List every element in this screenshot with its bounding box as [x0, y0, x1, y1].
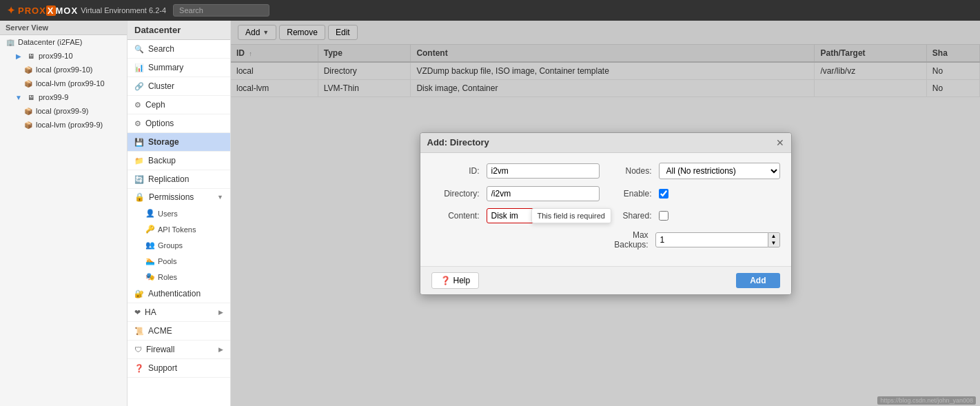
num-up-button[interactable]: ▲	[768, 233, 779, 240]
sidebar-item-local-9[interactable]: 📦 local (prox99-9)	[0, 104, 127, 118]
sidebar-item-acme[interactable]: 📜 ACME	[127, 322, 230, 341]
topbar: ✦ PROXXMOX Virtual Environment 6.2-4	[0, 0, 980, 21]
logo-icon: ✦	[7, 5, 15, 16]
help-button[interactable]: ❓ Help	[431, 272, 480, 289]
sidebar-item-replication[interactable]: 🔄 Replication	[127, 170, 230, 189]
content-area: Add ▼ Remove Edit ID ↑ Type	[231, 21, 980, 406]
nav-label-firewall: Firewall	[146, 345, 174, 354]
sidebar-item-support[interactable]: ❓ Support	[127, 359, 230, 378]
dialog-overlay: Add: Directory ✕ ID: Nodes:	[231, 21, 980, 406]
directory-label: Directory:	[431, 189, 480, 199]
num-down-button[interactable]: ▼	[768, 240, 779, 247]
nodes-label: Nodes:	[604, 166, 652, 176]
sidebar-item-permissions[interactable]: 🔒 Permissions ▼	[127, 189, 230, 205]
storage-icon-3: 📦	[23, 106, 33, 116]
max-backups-input[interactable]	[655, 232, 768, 247]
sidebar-item-storage[interactable]: 💾 Storage	[127, 133, 230, 152]
sidebar-item-local-lvm-10[interactable]: 📦 local-lvm (prox99-10	[0, 77, 127, 90]
permissions-icon: 🔒	[134, 192, 145, 202]
form-col-nodes: Nodes: All (No restrictions)	[604, 163, 780, 179]
max-backups-wrapper: ▲ ▼	[655, 232, 780, 247]
datacenter-icon: 🏢	[6, 37, 15, 47]
sidebar-item-ceph[interactable]: ⚙ Ceph	[127, 96, 230, 114]
num-arrows: ▲ ▼	[768, 232, 780, 247]
cluster-icon: 🔗	[134, 82, 144, 91]
groups-icon: 👥	[145, 241, 155, 250]
sidebar-label-local-lvm-10: local-lvm (prox99-10	[36, 79, 105, 88]
sidebar-item-api-tokens[interactable]: 🔑 API Tokens	[127, 221, 230, 237]
nodes-select[interactable]: All (No restrictions)	[659, 163, 780, 179]
storage-icon-2: 📦	[23, 79, 33, 88]
shared-checkbox[interactable]	[659, 211, 668, 221]
ha-icon: ❤	[134, 308, 141, 317]
nav-label-support: Support	[148, 363, 177, 373]
search-input[interactable]	[173, 4, 269, 17]
roles-icon: 🎭	[145, 272, 155, 281]
id-label: ID:	[431, 166, 480, 176]
sidebar-label-prox99-9: prox99-9	[39, 93, 68, 101]
sidebar-item-ha[interactable]: ❤ HA ▶	[127, 303, 230, 322]
directory-input[interactable]	[487, 186, 600, 201]
enable-label: Enable:	[604, 189, 652, 199]
options-icon: ⚙	[134, 119, 141, 128]
storage-icon-4: 📦	[23, 120, 33, 130]
pools-icon: 🏊	[145, 256, 155, 265]
sidebar-item-firewall[interactable]: 🛡 Firewall ▶	[127, 341, 230, 359]
dialog-add-button[interactable]: Add	[736, 273, 779, 288]
sidebar-item-options[interactable]: ⚙ Options	[127, 114, 230, 133]
dialog-close-button[interactable]: ✕	[776, 137, 784, 148]
enable-checkbox[interactable]	[659, 189, 668, 199]
sidebar-item-cluster[interactable]: 🔗 Cluster	[127, 77, 230, 96]
form-row-content-shared: Content: ⚠ This field is required Shared…	[431, 208, 780, 223]
permissions-expand-icon: ▼	[217, 194, 223, 201]
nav-label-options: Options	[145, 119, 174, 128]
nav-label-permissions: Permissions	[149, 192, 194, 202]
add-directory-dialog: Add: Directory ✕ ID: Nodes:	[420, 132, 792, 295]
help-label: Help	[453, 276, 471, 285]
content-label: Content:	[431, 211, 480, 221]
nav-label-acme: ACME	[148, 326, 172, 336]
sidebar-item-backup[interactable]: 📁 Backup	[127, 152, 230, 170]
nav-label-roles: Roles	[158, 273, 177, 281]
nav-label-users: Users	[158, 210, 178, 218]
nav-label-api-tokens: API Tokens	[158, 225, 196, 234]
sidebar-header: Server View	[0, 21, 127, 35]
sidebar-item-local-10[interactable]: 📦 local (prox99-10)	[0, 63, 127, 77]
sidebar-item-search[interactable]: 🔍 Search	[127, 40, 230, 59]
id-input[interactable]	[487, 163, 600, 179]
sidebar-item-prox99-9[interactable]: ▼ 🖥 prox99-9	[0, 90, 127, 104]
error-tooltip: This field is required	[531, 208, 611, 223]
sidebar-label-local-lvm-9: local-lvm (prox99-9)	[36, 121, 103, 129]
acme-icon: 📜	[134, 327, 144, 336]
ha-expand-icon: ▶	[218, 309, 223, 316]
sidebar-label-local-10: local (prox99-10)	[36, 65, 93, 74]
storage-nav-icon: 💾	[134, 138, 144, 147]
sidebar-item-authentication[interactable]: 🔐 Authentication	[127, 285, 230, 303]
sidebar-item-pools[interactable]: 🏊 Pools	[127, 253, 230, 269]
form-col-enable: Enable:	[604, 189, 780, 199]
sidebar-item-datacenter[interactable]: 🏢 Datacenter (i2FAE)	[0, 35, 127, 49]
dialog-title: Add: Directory	[427, 137, 489, 148]
server-icon: ▶	[14, 51, 23, 61]
api-tokens-icon: 🔑	[145, 225, 155, 234]
sidebar-label-prox99-10: prox99-10	[39, 52, 73, 60]
nav-label-authentication: Authentication	[148, 289, 201, 298]
storage-icon-1: 📦	[23, 65, 33, 74]
nav-label-ceph: Ceph	[145, 100, 165, 110]
sidebar-item-prox99-10[interactable]: ▶ 🖥 prox99-10	[0, 49, 127, 63]
dialog-footer: ❓ Help Add	[420, 266, 791, 294]
sidebar-item-users[interactable]: 👤 Users	[127, 205, 230, 221]
sidebar-item-roles[interactable]: 🎭 Roles	[127, 269, 230, 285]
host-icon-2: 🖥	[26, 92, 36, 102]
sidebar-item-summary[interactable]: 📊 Summary	[127, 59, 230, 77]
nav-label-cluster: Cluster	[148, 81, 174, 91]
search-box[interactable]	[173, 4, 269, 17]
sidebar-item-local-lvm-9[interactable]: 📦 local-lvm (prox99-9)	[0, 118, 127, 132]
dialog-header: Add: Directory ✕	[420, 133, 791, 153]
summary-icon: 📊	[134, 63, 144, 72]
dialog-add-label: Add	[750, 276, 766, 285]
nav-panel: Datacenter 🔍 Search 📊 Summary 🔗 Cluster …	[127, 21, 231, 406]
server-icon-2: ▼	[14, 92, 23, 102]
sidebar-label-local-9: local (prox99-9)	[36, 107, 88, 115]
sidebar-item-groups[interactable]: 👥 Groups	[127, 237, 230, 253]
